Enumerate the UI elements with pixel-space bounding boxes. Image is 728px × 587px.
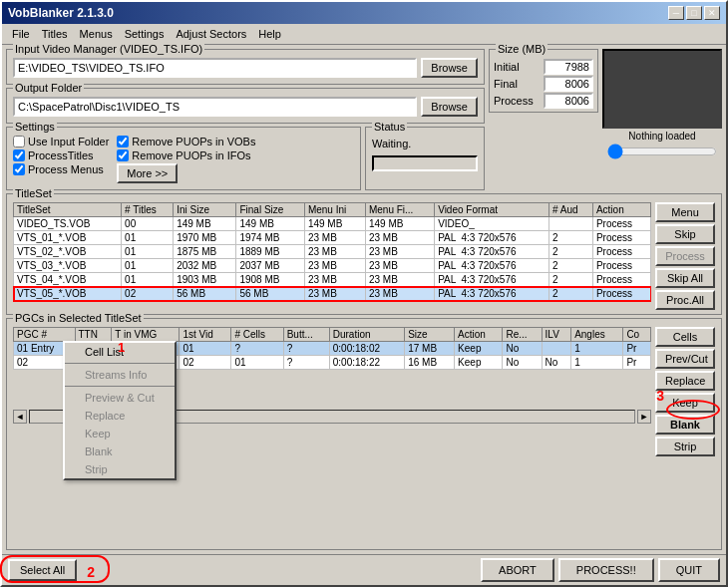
maximize-button[interactable]: □ bbox=[686, 6, 702, 20]
replace-button[interactable]: Replace bbox=[655, 371, 715, 391]
menu-adjust-sectors[interactable]: Adjust Sectors bbox=[170, 26, 252, 42]
process-menus-check[interactable] bbox=[13, 163, 25, 175]
menu-menus[interactable]: Menus bbox=[74, 26, 119, 42]
ctx-blank[interactable]: Blank bbox=[65, 442, 175, 460]
scroll-left-btn[interactable]: ◄ bbox=[13, 410, 27, 424]
ctx-replace[interactable]: Replace bbox=[65, 407, 175, 425]
left-panel: Input Video Manager (VIDEO_TS.IFO) Brows… bbox=[6, 49, 485, 190]
table-row[interactable]: VTS_03_*.VOB012032 MB2037 MB23 MB23 MBPA… bbox=[14, 259, 651, 273]
process-bottom-button[interactable]: PROCESS!! bbox=[558, 558, 654, 582]
pgc-col-ilv: ILV bbox=[542, 328, 571, 342]
output-folder-browse[interactable]: Browse bbox=[421, 97, 478, 117]
main-window: VobBlanker 2.1.3.0 ─ □ ✕ File Titles Men… bbox=[0, 0, 728, 587]
col-menuini: Menu Ini bbox=[304, 203, 365, 217]
blank-button[interactable]: Blank bbox=[655, 415, 715, 435]
more-button[interactable]: More >> bbox=[117, 163, 178, 183]
window-controls: ─ □ ✕ bbox=[668, 6, 720, 20]
size-group: Size (MB) Initial Final Process bbox=[489, 49, 598, 113]
menu-settings[interactable]: Settings bbox=[119, 26, 171, 42]
prev-cut-button[interactable]: Prev/Cut bbox=[655, 349, 715, 369]
initial-label: Initial bbox=[494, 61, 520, 73]
col-titles: # Titles bbox=[122, 203, 174, 217]
bottom-left: Select All 2 bbox=[8, 559, 91, 581]
ctx-cell-list[interactable]: Cell List bbox=[65, 343, 175, 361]
minimize-button[interactable]: ─ bbox=[668, 6, 684, 20]
menu-file[interactable]: File bbox=[6, 26, 36, 42]
pgc-col-re: Re... bbox=[503, 328, 542, 342]
titleset-table: TitleSet # Titles Ini Size Final Size Me… bbox=[13, 202, 651, 301]
col-aud: # Aud bbox=[549, 203, 593, 217]
output-folder-field[interactable] bbox=[13, 97, 417, 117]
col-finalsize: Final Size bbox=[236, 203, 304, 217]
output-folder-label: Output Folder bbox=[13, 82, 84, 94]
remove-puops-ifos-check[interactable] bbox=[117, 149, 129, 161]
table-row-vts5[interactable]: VTS_05_*.VOB0256 MB56 MB23 MB23 MBPAL 4:… bbox=[14, 287, 651, 301]
output-folder-group: Output Folder Browse bbox=[6, 88, 485, 124]
menu-side-button[interactable]: Menu bbox=[655, 202, 715, 222]
pgc-col-duration: Duration bbox=[329, 328, 404, 342]
process-button[interactable]: Process bbox=[655, 246, 715, 266]
pgc-col-angles: Angles bbox=[571, 328, 623, 342]
process-menus-row: Process Menus bbox=[13, 163, 109, 175]
ctx-preview-cut[interactable]: Preview & Cut bbox=[65, 389, 175, 407]
col-inisize: Ini Size bbox=[174, 203, 236, 217]
table-row[interactable]: VTS_04_*.VOB011903 MB1908 MB23 MB23 MBPA… bbox=[14, 273, 651, 287]
use-input-folder-row: Use Input Folder bbox=[13, 136, 109, 147]
col-titleset: TitleSet bbox=[14, 203, 122, 217]
skip-all-button[interactable]: Skip All bbox=[655, 268, 715, 288]
settings-status: Settings Use Input Folder ProcessTitles bbox=[6, 127, 485, 190]
pgc-col-vid: 1st Vid bbox=[180, 328, 231, 342]
final-value bbox=[544, 76, 593, 92]
strip-button[interactable]: Strip bbox=[655, 437, 715, 456]
use-input-folder-label: Use Input Folder bbox=[28, 136, 109, 147]
bottom-buttons: ABORT PROCESS!! QUIT bbox=[481, 558, 720, 582]
ctx-strip[interactable]: Strip bbox=[65, 460, 175, 478]
status-group: Status Waiting. bbox=[365, 127, 485, 190]
remove-puops-vobs-check[interactable] bbox=[117, 136, 129, 147]
remove-puops-vobs-label: Remove PUOPs in VOBs bbox=[132, 136, 255, 147]
status-value: Waiting. bbox=[372, 138, 411, 149]
status-progress-bar bbox=[372, 155, 478, 171]
menu-titles[interactable]: Titles bbox=[36, 26, 74, 42]
skip-button[interactable]: Skip bbox=[655, 224, 715, 244]
pgc-col-tvmg: T in VMG bbox=[112, 328, 180, 342]
process-titles-label: ProcessTitles bbox=[28, 149, 94, 161]
bottom-bar: Select All 2 ABORT PROCESS!! QUIT bbox=[2, 554, 726, 585]
close-button[interactable]: ✕ bbox=[704, 6, 720, 20]
input-video-browse[interactable]: Browse bbox=[421, 58, 478, 78]
process-titles-check[interactable] bbox=[13, 149, 25, 161]
select-all-button[interactable]: Select All bbox=[8, 559, 77, 581]
pgc-col-cells: # Cells bbox=[231, 328, 283, 342]
remove-puops-ifos-row: Remove PUOPs in IFOs bbox=[117, 149, 255, 161]
input-video-label: Input Video Manager (VIDEO_TS.IFO) bbox=[13, 43, 204, 55]
use-input-folder-check[interactable] bbox=[13, 136, 25, 147]
menu-help[interactable]: Help bbox=[252, 26, 287, 42]
settings-group: Settings Use Input Folder ProcessTitles bbox=[6, 127, 361, 190]
context-menu: Cell List Streams Info Preview & Cut Rep… bbox=[63, 341, 177, 480]
titleset-label: TitleSet bbox=[13, 187, 54, 199]
table-row[interactable]: VTS_02_*.VOB011875 MB1889 MB23 MB23 MBPA… bbox=[14, 245, 651, 259]
initial-size-row: Initial bbox=[494, 59, 593, 75]
top-section: Input Video Manager (VIDEO_TS.IFO) Brows… bbox=[6, 49, 722, 190]
window-title: VobBlanker 2.1.3.0 bbox=[8, 6, 114, 20]
ctx-streams-info[interactable]: Streams Info bbox=[65, 366, 175, 384]
pgc-label: PGCs in Selected TitleSet bbox=[13, 312, 144, 324]
keep-button[interactable]: Keep bbox=[655, 393, 715, 413]
cells-button[interactable]: Cells bbox=[655, 327, 715, 347]
abort-button[interactable]: ABORT bbox=[481, 558, 554, 582]
table-row[interactable]: VIDEO_TS.VOB00149 MB149 MB149 MB149 MBVI… bbox=[14, 217, 651, 231]
remove-puops-ifos-label: Remove PUOPs in IFOs bbox=[132, 149, 250, 161]
col-action: Action bbox=[592, 203, 650, 217]
scroll-right-btn[interactable]: ► bbox=[637, 410, 651, 424]
preview-slider[interactable] bbox=[607, 144, 717, 159]
ctx-sep1 bbox=[65, 363, 175, 364]
proc-all-button[interactable]: Proc.All bbox=[655, 290, 715, 310]
process-size-row: Process bbox=[494, 93, 593, 109]
ctx-keep[interactable]: Keep bbox=[65, 425, 175, 442]
pgc-col-co: Co bbox=[623, 328, 651, 342]
input-video-field[interactable] bbox=[13, 58, 417, 78]
quit-button[interactable]: QUIT bbox=[658, 558, 720, 582]
table-row[interactable]: VTS_01_*.VOB011970 MB1974 MB23 MB23 MBPA… bbox=[14, 231, 651, 245]
process-menus-label: Process Menus bbox=[28, 163, 104, 175]
remove-puops-vobs-row: Remove PUOPs in VOBs bbox=[117, 136, 255, 147]
